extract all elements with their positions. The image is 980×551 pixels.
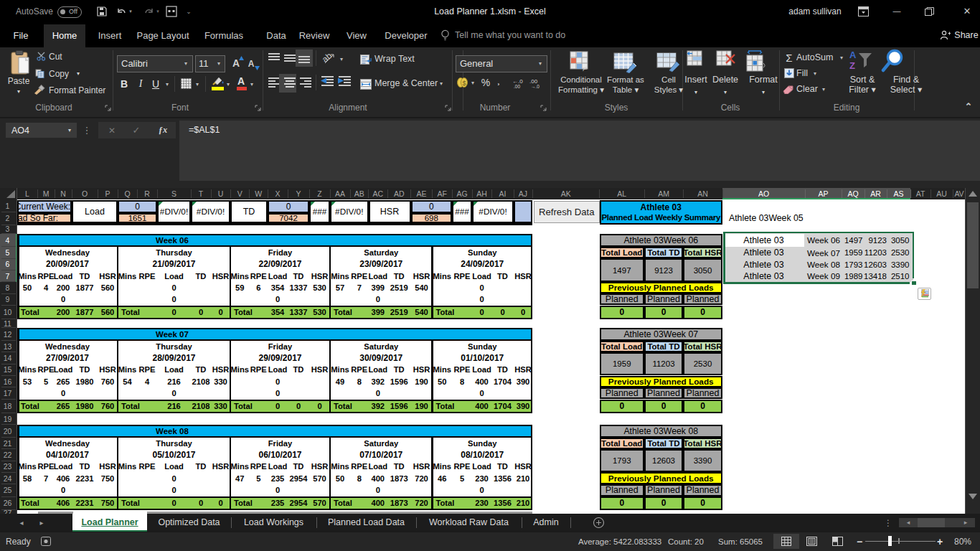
svg-text:≠: ≠ bbox=[582, 63, 587, 73]
svg-text:$: $ bbox=[463, 80, 466, 87]
svg-text:ab: ab bbox=[322, 52, 334, 65]
svg-text:Z: Z bbox=[849, 60, 855, 71]
svg-text:→.0: →.0 bbox=[531, 84, 540, 89]
svg-text:A: A bbox=[849, 50, 857, 60]
svg-text:.00: .00 bbox=[514, 84, 520, 89]
